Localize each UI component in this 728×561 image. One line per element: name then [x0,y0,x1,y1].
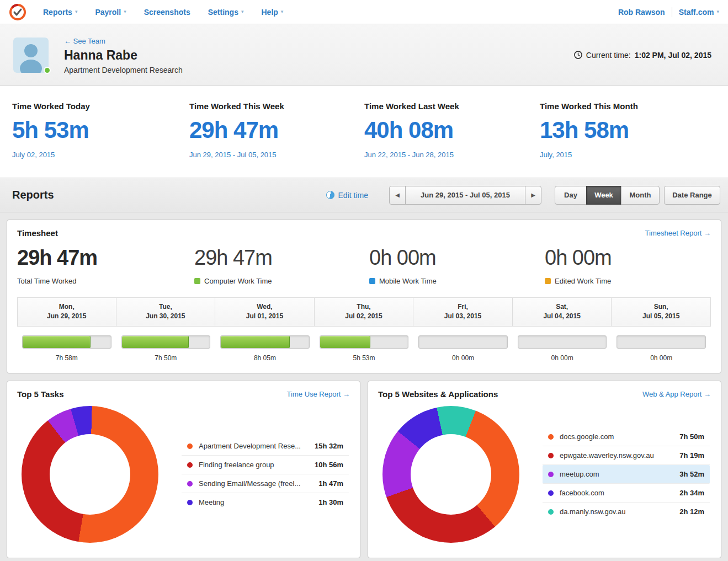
menu-label: Staff.com [679,8,714,17]
legend-row[interactable]: Sending Email/Message (freel... 1h 47m [182,474,349,493]
top-navbar: Reports▾ Payroll▾ Screenshots Settings▾ … [0,0,728,24]
legend-label: docs.google.com [560,432,614,441]
reports-title: Reports [12,189,54,201]
stat-time-today: Time Worked Today 5h 53m July 02, 2015 [12,101,189,159]
top-tasks-title: Top 5 Tasks [17,389,63,399]
next-period-button[interactable]: ▶ [525,186,541,205]
caret-down-icon: ▾ [281,9,284,14]
menu-settings[interactable]: Settings▾ [208,8,244,17]
stat-value: 40h 08m [364,119,540,142]
clock-icon [574,51,582,59]
reports-toolbar: Reports Edit time ◀ Jun 29, 2015 - Jul 0… [0,178,728,212]
legend-value: 2h 12m [672,507,704,516]
legend-value: 1h 30m [311,498,343,506]
stat-period: July 02, 2015 [12,151,189,159]
caret-down-icon: ▾ [241,9,244,14]
total-label: Total Time Worked [17,277,194,285]
day-header: Wed,Jul 01, 2015 [215,297,315,327]
stat-value: 29h 47m [189,119,364,142]
view-month-button[interactable]: Month [621,186,660,205]
web-app-report-link[interactable]: Web & App Report → [642,390,711,398]
caret-down-icon: ▾ [75,9,78,14]
total-time-worked: 29h 47m Total Time Worked [17,247,194,285]
legend-row[interactable]: Finding freelance group 10h 56m [182,456,349,474]
top-websites-header: Top 5 Websites & Applications Web & App … [368,381,721,404]
employee-name: Hanna Rabe [64,48,183,63]
menu-screenshots[interactable]: Screenshots [144,8,190,17]
menu-label: Payroll [95,8,121,17]
timesheet-totals: 29h 47m Total Time Worked 29h 47m Comput… [7,243,721,297]
computer-work-time: 29h 47m Computer Work Time [194,247,369,285]
legend-row[interactable]: Meeting 1h 30m [182,493,349,511]
menu-reports[interactable]: Reports▾ [43,8,77,17]
main-menu: Reports▾ Payroll▾ Screenshots Settings▾ … [43,8,283,17]
top-tasks-panel: Top 5 Tasks Time Use Report → Apartment … [7,381,360,558]
staff-logo-icon[interactable] [9,3,26,21]
total-label: Mobile Work Time [369,277,545,285]
date-range-display-button[interactable]: Jun 29, 2015 - Jul 05, 2015 [405,186,525,205]
day-time-label: 0h 00m [413,354,513,362]
day-times: 7h 58m 7h 50m 8h 05m 5h 53m 0h 00m 0h 00… [17,354,711,362]
chevron-left-icon: ◀ [395,192,400,198]
time-use-report-link[interactable]: Time Use Report → [287,390,350,398]
timesheet-report-link[interactable]: Timesheet Report → [645,229,711,237]
progress-bar-fill [221,336,290,348]
legend-dot [187,444,193,449]
view-date-range-button[interactable]: Date Range [664,186,720,205]
legend-row[interactable]: docs.google.com 7h 50m [543,428,710,446]
stat-title: Time Worked This Month [540,101,728,111]
menu-label: Screenshots [144,8,190,17]
day-header: Sun,Jul 05, 2015 [611,297,711,327]
avatar [13,38,49,73]
legend-dot [187,500,193,505]
computer-work-swatch-icon [194,278,200,284]
day-time-label: 7h 50m [116,354,216,362]
edit-time-label: Edit time [338,191,368,200]
legend-dot [548,434,554,440]
view-day-button[interactable]: Day [555,186,587,205]
profile-info: ← See Team Hanna Rabe Apartment Developm… [64,36,183,74]
brand-menu[interactable]: Staff.com▾ [679,8,719,17]
menu-payroll[interactable]: Payroll▾ [95,8,126,17]
legend-row[interactable]: meetup.com 3h 52m [543,465,710,484]
see-team-link[interactable]: ← See Team [64,37,105,45]
separator [672,7,672,17]
total-label-text: Total Time Worked [17,277,76,285]
legend-row[interactable]: facebook.com 2h 34m [543,484,710,503]
caret-down-icon: ▾ [716,9,719,14]
total-value: 29h 47m [17,247,194,268]
stat-title: Time Worked This Week [189,101,364,111]
current-time-value: 1:02 PM, Jul 02, 2015 [635,51,711,60]
legend-row[interactable]: epwgate.waverley.nsw.gov.au 7h 19m [543,446,710,465]
legend-label: Meeting [199,498,224,506]
menu-help[interactable]: Help▾ [261,8,283,17]
legend-row[interactable]: Apartment Development Rese... 15h 32m [182,437,349,456]
view-week-button[interactable]: Week [586,186,621,205]
menu-label: Reports [43,8,72,17]
legend-row[interactable]: da.manly.nsw.gov.au 2h 12m [543,503,710,521]
day-bar [612,335,711,349]
edit-time-link[interactable]: Edit time [326,191,368,200]
stat-value: 5h 53m [12,119,189,142]
chevron-right-icon: ▶ [531,192,535,198]
prev-period-button[interactable]: ◀ [389,186,406,205]
edited-work-time: 0h 00m Edited Work Time [545,247,721,285]
day-time-label: 8h 05m [215,354,315,362]
legend-value: 2h 34m [672,489,704,497]
stat-title: Time Worked Last Week [364,101,540,111]
websites-donut-chart[interactable] [382,406,519,543]
total-label: Edited Work Time [545,277,721,285]
legend-label: epwgate.waverley.nsw.gov.au [560,451,654,460]
total-value: 0h 00m [369,247,545,268]
legend-dot [548,509,554,515]
current-time-label: Current time: [586,51,631,60]
user-menu[interactable]: Rob Rawson [618,8,665,17]
menu-label: Settings [208,8,238,17]
legend-value: 7h 50m [672,432,704,441]
day-bar [315,335,414,349]
stat-period: July, 2015 [540,151,728,159]
legend-value: 15h 32m [307,442,343,450]
day-bar [116,335,216,349]
tasks-donut-chart[interactable] [22,406,158,543]
day-time-label: 0h 00m [513,354,612,362]
